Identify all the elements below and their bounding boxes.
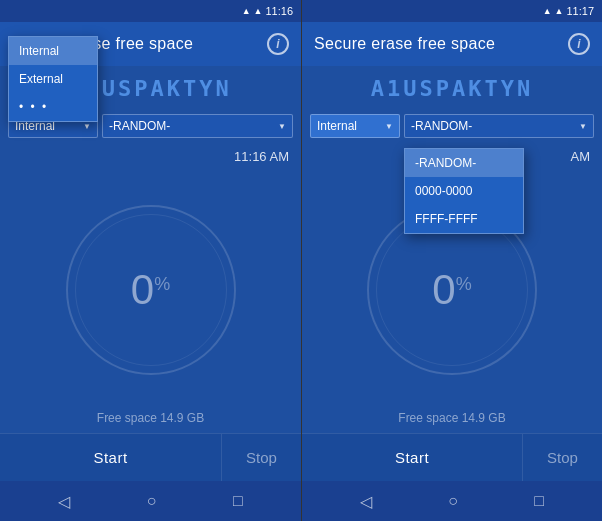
logo-text-right: A1USPAKTYN	[371, 76, 533, 101]
back-button[interactable]: ◁	[48, 488, 80, 515]
storage-option-more[interactable]: • • •	[9, 93, 97, 121]
pattern-dropdown[interactable]: -RANDOM- ▼	[102, 114, 293, 138]
pattern-dropdown-menu[interactable]: -RANDOM- 0000-0000 FFFF-FFFF	[404, 148, 524, 234]
storage-option-external[interactable]: External	[9, 65, 97, 93]
wifi-icon-right: ▲	[555, 6, 564, 16]
percent-sign: %	[154, 274, 170, 295]
storage-option-internal[interactable]: Internal	[9, 37, 97, 65]
info-button-right[interactable]: i	[568, 33, 590, 55]
nav-bar-right: ◁ ○ □	[302, 481, 602, 521]
status-bar-left: ▲ ▲ 11:16	[0, 0, 301, 22]
signal-icon: ▲	[242, 6, 251, 16]
wifi-icon: ▲	[254, 6, 263, 16]
free-space-right: Free space 14.9 GB	[302, 411, 602, 433]
status-time: 11:16	[265, 5, 293, 17]
stop-button[interactable]: Stop	[221, 434, 301, 481]
pattern-arrow-right: ▼	[579, 122, 587, 131]
pattern-option-0000[interactable]: 0000-0000	[405, 177, 523, 205]
start-button[interactable]: Start	[0, 434, 221, 481]
logo-area-right: A1USPAKTYN	[302, 66, 602, 108]
storage-arrow-right: ▼	[385, 122, 393, 131]
left-screen: ▲ ▲ 11:16 Secure erase free space i A1US…	[0, 0, 301, 521]
percent-value-right: 0	[432, 266, 455, 314]
status-bar-right: ▲ ▲ 11:17	[302, 0, 602, 22]
controls-row-right: Internal ▼ -RANDOM- ▼	[302, 108, 602, 144]
recent-button-right[interactable]: □	[524, 488, 554, 514]
bottom-buttons: Start Stop	[0, 433, 301, 481]
free-space: Free space 14.9 GB	[0, 411, 301, 433]
pattern-arrow: ▼	[278, 122, 286, 131]
bottom-buttons-right: Start Stop	[302, 433, 602, 481]
pattern-option-random[interactable]: -RANDOM-	[405, 149, 523, 177]
app-bar-right: Secure erase free space i	[302, 22, 602, 66]
start-button-right[interactable]: Start	[302, 434, 522, 481]
time-display: 11:16 AM	[0, 144, 301, 168]
storage-dropdown-right[interactable]: Internal ▼	[310, 114, 400, 138]
percent-display-right: 0 %	[432, 266, 471, 314]
status-icons: ▲ ▲ 11:16	[242, 5, 293, 17]
percent-value: 0	[131, 266, 154, 314]
circle-area: 0 %	[0, 168, 301, 411]
storage-arrow: ▼	[83, 122, 91, 131]
right-screen: ▲ ▲ 11:17 Secure erase free space i A1US…	[301, 0, 602, 521]
storage-dropdown-menu[interactable]: Internal External • • •	[8, 36, 98, 122]
signal-icon-right: ▲	[543, 6, 552, 16]
status-time-right: 11:17	[566, 5, 594, 17]
home-button-right[interactable]: ○	[438, 488, 468, 514]
pattern-option-ffff[interactable]: FFFF-FFFF	[405, 205, 523, 233]
pattern-selected: -RANDOM-	[109, 119, 170, 133]
pattern-dropdown-right[interactable]: -RANDOM- ▼	[404, 114, 594, 138]
stop-button-right[interactable]: Stop	[522, 434, 602, 481]
nav-bar: ◁ ○ □	[0, 481, 301, 521]
back-button-right[interactable]: ◁	[350, 488, 382, 515]
app-title-right: Secure erase free space	[314, 35, 495, 53]
status-icons-right: ▲ ▲ 11:17	[543, 5, 594, 17]
home-button[interactable]: ○	[137, 488, 167, 514]
pattern-selected-right: -RANDOM-	[411, 119, 472, 133]
percent-sign-right: %	[456, 274, 472, 295]
info-button[interactable]: i	[267, 33, 289, 55]
percent-display: 0 %	[131, 266, 170, 314]
progress-circle: 0 %	[66, 205, 236, 375]
storage-selected-right: Internal	[317, 119, 357, 133]
recent-button[interactable]: □	[223, 488, 253, 514]
